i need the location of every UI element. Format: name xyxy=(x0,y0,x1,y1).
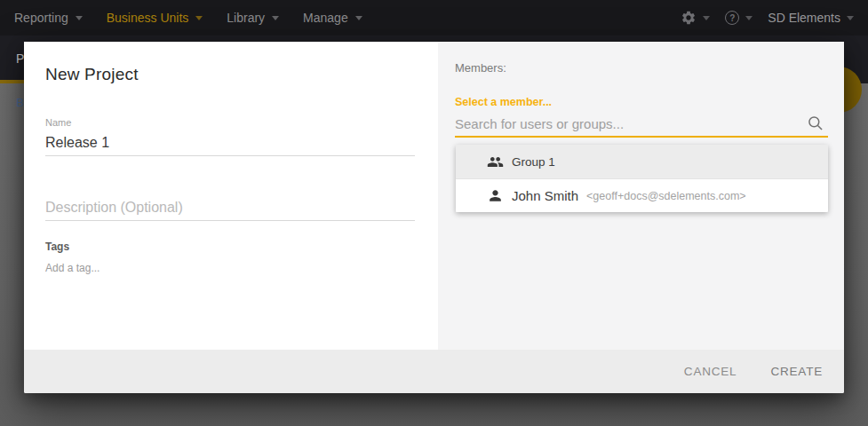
description-input[interactable] xyxy=(45,194,415,221)
top-nav-bar: Reporting Business Units Library Manage xyxy=(0,0,868,36)
select-member-helper: Select a member... xyxy=(455,96,552,108)
chevron-down-icon xyxy=(745,16,753,20)
group-icon xyxy=(487,154,504,170)
person-icon xyxy=(487,187,504,204)
user-menu[interactable]: SD Elements xyxy=(768,11,854,25)
nav-item-library[interactable]: Library xyxy=(227,11,279,25)
member-result-user[interactable]: John Smith <geoff+docs@sdelements.com> xyxy=(456,178,828,212)
new-project-dialog: New Project Name Tags Members: Select a … xyxy=(24,42,844,393)
nav-item-label: Reporting xyxy=(14,11,68,25)
members-panel: Members: Select a member... Group 1 John… xyxy=(438,42,844,350)
members-label: Members: xyxy=(455,61,506,75)
chevron-down-icon xyxy=(703,16,710,20)
help-menu[interactable] xyxy=(725,11,753,25)
cancel-button[interactable]: CANCEL xyxy=(672,356,750,387)
breadcrumb-link-partial[interactable]: B xyxy=(16,96,24,109)
dialog-footer: CANCEL CREATE xyxy=(24,350,844,393)
member-result-name: John Smith xyxy=(512,188,578,203)
name-input[interactable] xyxy=(45,130,415,156)
nav-item-business-units[interactable]: Business Units xyxy=(107,11,203,25)
app-name: SD Elements xyxy=(768,11,840,25)
gear-icon xyxy=(681,10,697,26)
chevron-down-icon xyxy=(272,16,279,20)
add-tag-input[interactable] xyxy=(45,259,223,277)
chevron-down-icon xyxy=(355,16,362,20)
member-results-dropdown: Group 1 John Smith <geoff+docs@sdelement… xyxy=(456,145,828,212)
search-icon xyxy=(807,114,824,132)
screen: Reporting Business Units Library Manage xyxy=(0,0,868,426)
dialog-title: New Project xyxy=(45,65,139,84)
member-result-name: Group 1 xyxy=(512,155,555,169)
create-button[interactable]: CREATE xyxy=(758,356,835,387)
member-result-group[interactable]: Group 1 xyxy=(456,145,828,178)
nav-item-label: Manage xyxy=(303,11,348,25)
nav-right-cluster: SD Elements xyxy=(673,10,854,26)
tags-label: Tags xyxy=(45,241,69,253)
nav-item-label: Library xyxy=(227,11,265,25)
chevron-down-icon xyxy=(847,16,854,20)
member-search-field xyxy=(455,111,828,138)
settings-menu[interactable] xyxy=(681,10,710,26)
projects-tab-partial[interactable]: P xyxy=(16,51,24,66)
help-icon xyxy=(725,11,739,25)
nav-item-label: Business Units xyxy=(107,11,189,25)
name-field-label: Name xyxy=(45,117,71,128)
nav-item-manage[interactable]: Manage xyxy=(303,11,362,25)
member-result-email: <geoff+docs@sdelements.com> xyxy=(586,190,746,202)
project-details-panel: New Project Name Tags xyxy=(24,42,438,350)
chevron-down-icon xyxy=(76,16,83,20)
nav-item-reporting[interactable]: Reporting xyxy=(14,11,83,25)
member-search-input[interactable] xyxy=(455,111,800,136)
chevron-down-icon xyxy=(195,16,203,20)
